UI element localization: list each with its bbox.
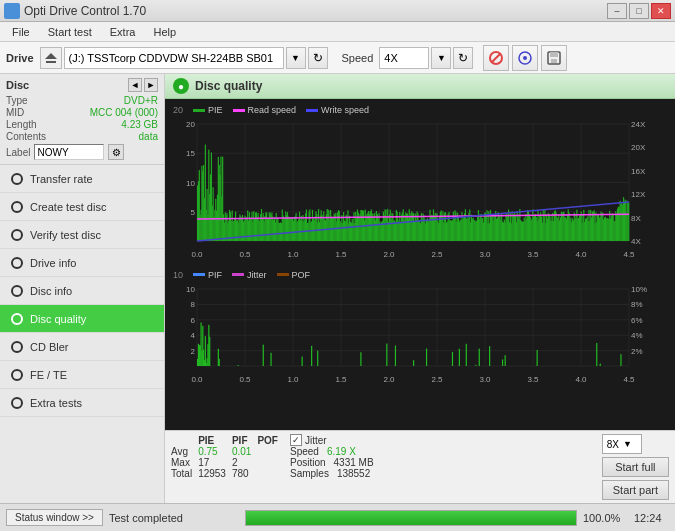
total-pie: 12953 xyxy=(198,468,232,479)
drive-bar: Drive (J:) TSSTcorp CDDVDW SH-224BB SB01… xyxy=(0,42,675,74)
menu-extra[interactable]: Extra xyxy=(102,24,144,40)
nav-label-drive-info: Drive info xyxy=(30,257,76,269)
speed-select[interactable]: 4X xyxy=(379,47,429,69)
disc-contents-key: Contents xyxy=(6,131,46,142)
nav-item-cd-bler[interactable]: CD Bler xyxy=(0,333,164,361)
speed-label-stats: Speed xyxy=(290,446,319,457)
start-full-button[interactable]: Start full xyxy=(602,457,669,477)
quality-icon: ● xyxy=(173,78,189,94)
jitter-header: Jitter xyxy=(305,435,327,446)
speed-value-stats: 6.19 X xyxy=(327,446,356,457)
status-text: Test completed xyxy=(109,512,239,524)
disc-prev-btn[interactable]: ◄ xyxy=(128,78,142,92)
drive-refresh-btn[interactable]: ↻ xyxy=(308,47,328,69)
disc-label-key: Label xyxy=(6,147,30,158)
erase-icon-btn[interactable] xyxy=(483,45,509,71)
stats-table: PIE PIF POF ✓ Jitter Avg 0.75 xyxy=(171,434,380,479)
position-value-stats: 4331 MB xyxy=(334,457,374,468)
drive-select[interactable]: (J:) TSSTcorp CDDVDW SH-224BB SB01 xyxy=(64,47,284,69)
nav-label-verify-test-disc: Verify test disc xyxy=(30,229,101,241)
nav-icon-transfer-rate xyxy=(10,172,24,186)
disc-label-input[interactable] xyxy=(34,144,104,160)
nav-icon-verify-test-disc xyxy=(10,228,24,242)
title-bar: Opti Drive Control 1.70 – □ ✕ xyxy=(0,0,675,22)
menu-start-test[interactable]: Start test xyxy=(40,24,100,40)
jitter-legend-label: Jitter xyxy=(247,270,267,280)
svg-marker-1 xyxy=(45,53,57,59)
nav-label-fe-te: FE / TE xyxy=(30,369,67,381)
svg-rect-8 xyxy=(551,59,557,63)
disc-type-key: Type xyxy=(6,95,28,106)
readspeed-legend-color xyxy=(233,109,245,112)
nav-item-transfer-rate[interactable]: Transfer rate xyxy=(0,165,164,193)
nav-item-create-test-disc[interactable]: Create test disc xyxy=(0,193,164,221)
pif-legend-color xyxy=(193,273,205,276)
menu-help[interactable]: Help xyxy=(145,24,184,40)
pie-legend-label: PIE xyxy=(208,105,223,115)
disc-label-gear[interactable]: ⚙ xyxy=(108,144,124,160)
samples-label-stats: Samples xyxy=(290,468,329,479)
btn-group: 8X ▼ Start full Start part xyxy=(602,434,669,500)
disc-contents-val: data xyxy=(139,131,158,142)
disc-length-key: Length xyxy=(6,119,37,130)
save-icon-btn[interactable] xyxy=(541,45,567,71)
content-area: ● Disc quality 20 PIE Read speed Write s… xyxy=(165,74,675,503)
avg-pif: 0.01 xyxy=(232,446,257,457)
disc-next-btn[interactable]: ► xyxy=(144,78,158,92)
quality-header: ● Disc quality xyxy=(165,74,675,99)
status-window-btn[interactable]: Status window >> xyxy=(6,509,103,526)
max-pif: 2 xyxy=(232,457,257,468)
nav-item-drive-info[interactable]: Drive info xyxy=(0,249,164,277)
nav-item-verify-test-disc[interactable]: Verify test disc xyxy=(0,221,164,249)
close-button[interactable]: ✕ xyxy=(651,3,671,19)
total-label: Total xyxy=(171,468,198,479)
avg-label: Avg xyxy=(171,446,198,457)
samples-value-stats: 138552 xyxy=(337,468,370,479)
svg-point-5 xyxy=(523,56,527,60)
nav-items: Transfer rate Create test disc Verify te… xyxy=(0,165,164,417)
disc-mid-val: MCC 004 (000) xyxy=(90,107,158,118)
quality-title: Disc quality xyxy=(195,79,262,93)
pof-legend-color xyxy=(277,273,289,276)
nav-label-create-test-disc: Create test disc xyxy=(30,201,106,213)
drive-label: Drive xyxy=(6,52,34,64)
speed-down-arrow[interactable]: ▼ xyxy=(431,47,451,69)
drive-eject-icon[interactable] xyxy=(40,47,62,69)
start-part-button[interactable]: Start part xyxy=(602,480,669,500)
speed-combo[interactable]: 8X ▼ xyxy=(602,434,642,454)
nav-icon-cd-bler xyxy=(10,340,24,354)
app-icon xyxy=(4,3,20,19)
jitter-checkbox[interactable]: ✓ xyxy=(290,434,302,446)
writespeed-legend-color xyxy=(306,109,318,112)
svg-rect-7 xyxy=(550,52,558,57)
drive-down-arrow[interactable]: ▼ xyxy=(286,47,306,69)
chart1-legend: 20 PIE Read speed Write speed xyxy=(169,103,671,117)
menu-bar: File Start test Extra Help xyxy=(0,22,675,42)
position-label-stats: Position xyxy=(290,457,326,468)
chart2-legend: 10 PIF Jitter POF xyxy=(169,268,671,282)
disc-length-val: 4.23 GB xyxy=(121,119,158,130)
burn-icon-btn[interactable] xyxy=(512,45,538,71)
nav-icon-create-test-disc xyxy=(10,200,24,214)
nav-item-disc-quality[interactable]: Disc quality xyxy=(0,305,164,333)
pof-legend-label: POF xyxy=(292,270,311,280)
maximize-button[interactable]: □ xyxy=(629,3,649,19)
jitter-legend-color xyxy=(232,273,244,276)
minimize-button[interactable]: – xyxy=(607,3,627,19)
total-pif: 780 xyxy=(232,468,257,479)
nav-icon-fe-te xyxy=(10,368,24,382)
nav-label-cd-bler: CD Bler xyxy=(30,341,69,353)
menu-file[interactable]: File xyxy=(4,24,38,40)
nav-item-extra-tests[interactable]: Extra tests xyxy=(0,389,164,417)
speed-refresh-btn[interactable]: ↻ xyxy=(453,47,473,69)
progress-bar xyxy=(245,510,577,526)
nav-item-fe-te[interactable]: FE / TE xyxy=(0,361,164,389)
nav-icon-disc-quality xyxy=(10,312,24,326)
nav-label-disc-quality: Disc quality xyxy=(30,313,86,325)
speed-label: Speed xyxy=(342,52,374,64)
pif-header: PIF xyxy=(232,434,257,446)
nav-label-extra-tests: Extra tests xyxy=(30,397,82,409)
nav-item-disc-info[interactable]: Disc info xyxy=(0,277,164,305)
max-pie: 17 xyxy=(198,457,232,468)
nav-label-disc-info: Disc info xyxy=(30,285,72,297)
